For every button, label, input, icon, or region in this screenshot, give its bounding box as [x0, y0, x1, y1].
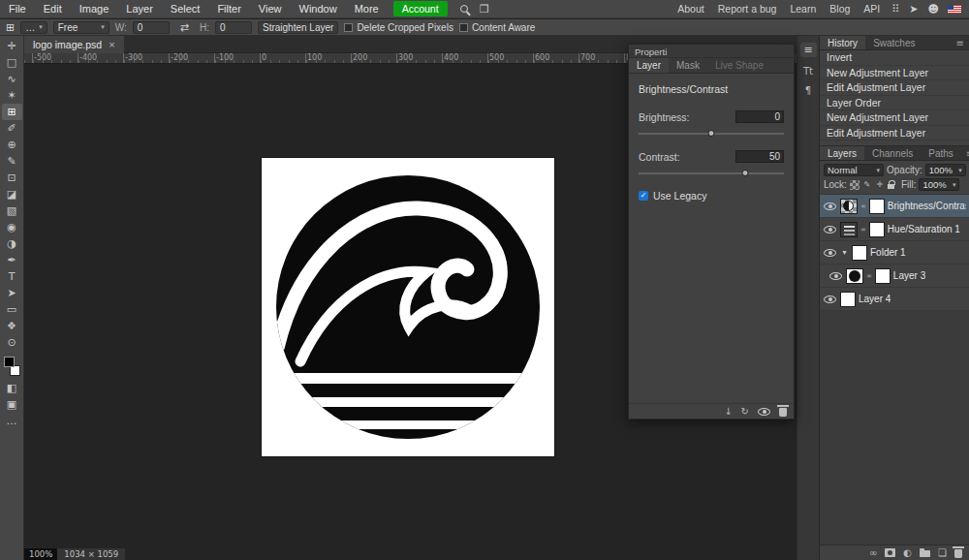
close-icon[interactable]: × [109, 40, 114, 50]
menu-item-more[interactable]: More [346, 0, 388, 18]
adjustment-thumbnail[interactable] [840, 222, 858, 237]
mask-thumbnail[interactable] [875, 268, 891, 284]
layer-row-folder-1[interactable]: ▾Folder 1 [820, 241, 969, 264]
sidebar-extra-icon-0[interactable]: ◧ [2, 380, 22, 396]
visibility-toggle[interactable] [828, 272, 843, 280]
adjustment-thumbnail[interactable] [840, 199, 858, 214]
lock-transparency-icon[interactable] [850, 180, 860, 190]
blend-mode-select[interactable]: Normal▾ [824, 164, 884, 176]
lock-paint-icon[interactable]: ✎ [862, 180, 872, 189]
magic-wand-tool[interactable]: ✶ [2, 87, 22, 104]
folder-expand-icon[interactable]: ▾ [840, 248, 849, 257]
history-item[interactable]: New Adjustment Layer [820, 66, 969, 81]
gradient-tool[interactable]: ▧ [2, 202, 22, 219]
account-button[interactable]: Account [393, 1, 448, 16]
panel-menu-icon[interactable]: ≡ [800, 43, 817, 57]
mask-thumbnail[interactable] [869, 199, 885, 214]
eraser-tool[interactable]: ◪ [2, 186, 22, 202]
history-item[interactable]: Invert [820, 50, 969, 66]
field-slider[interactable] [639, 168, 784, 179]
menu-item-blog[interactable]: Blog [823, 0, 857, 18]
tool-preset-button[interactable]: …▾ [20, 21, 47, 34]
width-input[interactable]: 0 [133, 21, 170, 34]
height-input[interactable]: 0 [215, 21, 252, 34]
add-adjustment-icon[interactable]: ◐ [903, 547, 912, 558]
properties-tab-live-shape[interactable]: Live Shape [707, 58, 771, 73]
properties-panel-title[interactable]: Properti [629, 45, 794, 58]
user-icon[interactable]: ☻ [928, 0, 939, 18]
tab-swatches[interactable]: Swatches [865, 36, 922, 49]
healing-tool[interactable]: ⊕ [2, 137, 22, 153]
eyedropper-tool[interactable]: ✐ [2, 120, 22, 137]
menu-item-image[interactable]: Image [71, 0, 118, 18]
brush-tool[interactable]: ✎ [2, 153, 22, 170]
document-dimensions[interactable]: 1034 × 1059 [57, 548, 125, 560]
hand-tool[interactable]: ❖ [2, 318, 22, 334]
document-image[interactable] [262, 158, 554, 456]
menu-item-select[interactable]: Select [162, 0, 209, 18]
dodge-tool[interactable]: ◑ [2, 235, 22, 252]
panel-menu-icon[interactable]: ≡ [961, 146, 969, 160]
mask-thumbnail[interactable] [869, 222, 885, 237]
mask-thumbnail[interactable] [852, 245, 867, 261]
menu-item-report-a-bug[interactable]: Report a bug [711, 0, 784, 18]
crop-mode-select[interactable]: Free▾ [53, 21, 109, 34]
tab-layers[interactable]: Layers [820, 146, 864, 160]
apps-icon[interactable]: ⠿ [891, 0, 899, 18]
reset-icon[interactable]: ↻ [741, 406, 749, 417]
menu-item-layer[interactable]: Layer [117, 0, 162, 18]
field-value-input[interactable]: 0 [735, 110, 784, 123]
properties-tab-mask[interactable]: Mask [669, 58, 707, 73]
menu-item-filter[interactable]: Filter [208, 0, 249, 18]
tab-paths[interactable]: Paths [921, 146, 961, 160]
clip-to-layer-icon[interactable]: ↓ [724, 406, 732, 417]
layer-row-hue-saturation-1[interactable]: ∞Hue/Saturation 1 [820, 218, 969, 241]
link-layers-icon[interactable]: ∞ [869, 547, 877, 558]
lasso-tool[interactable]: ∿ [2, 71, 22, 87]
path-select-tool[interactable]: ➤ [2, 285, 22, 301]
menu-item-window[interactable]: Window [291, 0, 346, 18]
zoom-level[interactable]: 100% [24, 548, 57, 560]
delete-cropped-checkbox[interactable]: Delete Cropped Pixels [344, 22, 453, 33]
lock-position-icon[interactable]: ✛ [875, 180, 885, 189]
tab-history[interactable]: History [820, 36, 865, 49]
color-swatches[interactable] [2, 356, 22, 377]
new-folder-icon[interactable] [920, 550, 930, 557]
type-tool[interactable]: T [2, 268, 22, 285]
pen-tool[interactable]: ✒ [2, 252, 22, 268]
language-flag-icon[interactable] [948, 5, 961, 14]
menu-item-edit[interactable]: Edit [35, 0, 71, 18]
add-mask-icon[interactable] [885, 548, 895, 557]
crop-tool[interactable]: ⊞ [2, 104, 22, 120]
opacity-value[interactable]: 100%▾ [925, 164, 966, 176]
layer-thumbnail[interactable] [840, 292, 856, 307]
layer-row-brightness-contrast-1[interactable]: ∞Brightness/Contrast 1 [820, 195, 969, 218]
history-item[interactable]: Edit Adjustment Layer [820, 126, 969, 141]
new-layer-icon[interactable]: ❏ [938, 547, 947, 558]
history-item[interactable]: New Adjustment Layer [820, 110, 969, 126]
menu-item-api[interactable]: API [857, 0, 887, 18]
swap-dimensions-icon[interactable]: ⇄ [180, 18, 189, 37]
sidebar-extra-icon-2[interactable]: … [2, 413, 22, 429]
fullscreen-icon[interactable]: ❐ [480, 0, 489, 18]
search-icon[interactable] [460, 5, 468, 13]
paragraph-panel-icon[interactable]: ¶ [805, 85, 811, 96]
content-aware-checkbox[interactable]: Content Aware [459, 22, 535, 33]
character-panel-icon[interactable]: Tt [803, 66, 813, 77]
visibility-toggle[interactable] [823, 249, 837, 257]
clone-stamp-tool[interactable]: ⊡ [2, 170, 22, 186]
document-tab[interactable]: logo image.psd × [24, 36, 124, 53]
blur-tool[interactable]: ◉ [2, 219, 22, 235]
sidebar-extra-icon-1[interactable]: ▣ [2, 396, 22, 413]
tab-channels[interactable]: Channels [864, 146, 921, 160]
foreground-color-swatch[interactable] [4, 357, 15, 367]
layer-thumbnail[interactable] [846, 268, 863, 284]
visibility-toggle[interactable] [823, 202, 837, 210]
fill-value[interactable]: 100%▾ [919, 178, 959, 191]
use-legacy-checkbox[interactable]: ✓ Use Legacy [639, 190, 784, 202]
delete-layer-icon[interactable] [954, 549, 962, 558]
visibility-toggle[interactable] [823, 226, 837, 233]
toggle-visibility-icon[interactable] [758, 408, 770, 416]
select-tool[interactable]: □ [2, 54, 22, 71]
twitter-icon[interactable]: ➤ [909, 0, 918, 18]
